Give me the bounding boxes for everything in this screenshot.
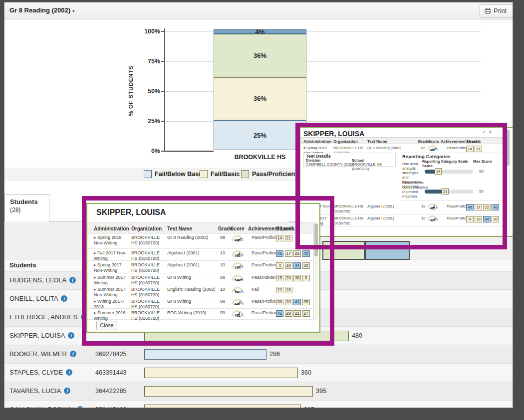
test-history-row[interactable]: ▸ Summer 2016 WritingBROOKVILLE HS (0160… bbox=[87, 309, 315, 320]
expand-arrow-icon: ▸ bbox=[94, 262, 97, 267]
strands-cell: 30 20 41 35 bbox=[276, 299, 315, 305]
report-selector[interactable]: Gr 8 Reading (2002)▾ bbox=[9, 6, 75, 14]
legend-item: Fail/Basic bbox=[200, 170, 240, 178]
score-gauge: 549 bbox=[230, 274, 245, 282]
grade-cell: 08 bbox=[220, 299, 230, 304]
popup-scrollbar[interactable] bbox=[313, 222, 318, 320]
svg-text:474: 474 bbox=[235, 265, 241, 270]
grade-cell: 09 bbox=[220, 310, 230, 316]
background-bar-segment-green[interactable] bbox=[322, 241, 365, 260]
strand-score-badge: 41 bbox=[293, 299, 301, 305]
info-icon[interactable]: i bbox=[77, 406, 83, 408]
score-gauge: 140 bbox=[230, 286, 245, 294]
test-history-row[interactable]: ▸ Fall 2017 Non-WritingBROOKVILLE HS (01… bbox=[87, 249, 315, 261]
test-details-box: Test Details Division CAMPBELL COUNTY (0… bbox=[303, 153, 396, 167]
info-icon[interactable]: i bbox=[66, 369, 72, 376]
student-score-bar bbox=[144, 349, 266, 360]
student-name: STAPLES, CLYDEi bbox=[9, 369, 72, 376]
achievement-level-cell: Pass/Advanced bbox=[252, 275, 277, 280]
info-icon[interactable]: i bbox=[64, 388, 70, 394]
grade-cell: 10 bbox=[220, 287, 230, 292]
test-history-row[interactable]: ▸ Writing 2017-2018BROOKVILLE HS (016072… bbox=[87, 297, 315, 309]
grade-cell: 10 bbox=[220, 250, 230, 256]
bar-segment[interactable]: 36% bbox=[214, 77, 306, 120]
student-detail-popup-back: SKIPPER, LOUISA ↗ × Administration Organ… bbox=[299, 127, 513, 237]
strands-cell: 15 29 38 6 bbox=[276, 275, 315, 281]
administration-cell: ▸ Summer 2016 Writing bbox=[94, 310, 130, 321]
expand-arrow-icon: ▸ bbox=[94, 235, 97, 240]
student-score-value: 360 bbox=[301, 369, 311, 376]
test-history-row[interactable]: ▸ Summer 2017 WritingBROOKVILLE HS (0160… bbox=[87, 273, 315, 285]
info-icon[interactable]: i bbox=[69, 277, 76, 283]
test-history-row[interactable]: ▸ Summer 2017 Non-WritingBROOKVILLE HS (… bbox=[87, 285, 315, 297]
strand-score-badge: 38 bbox=[293, 275, 301, 281]
strand-score-badge: 40 bbox=[302, 250, 310, 257]
score-cell: 405 bbox=[230, 249, 247, 259]
popup-title: SKIPPER, LOUISA bbox=[96, 208, 166, 217]
score-bar-value-badge: 21 bbox=[442, 188, 449, 195]
reporting-category-score-bar: 21 bbox=[425, 190, 473, 194]
strands-cell: 14 21 bbox=[276, 235, 315, 241]
svg-text:140: 140 bbox=[235, 290, 241, 294]
strand-score-badge: 30 bbox=[276, 299, 283, 305]
tab-students[interactable]: Students (28) bbox=[4, 194, 49, 221]
score-cell: 549 bbox=[230, 274, 247, 284]
strand-score-badge: 16 bbox=[285, 287, 292, 293]
strands-cell: 14 21 bbox=[466, 146, 504, 152]
strand-score-badge: 21 bbox=[285, 235, 292, 241]
popup-scrollbar-thumb[interactable] bbox=[506, 130, 510, 166]
info-icon[interactable]: i bbox=[61, 295, 67, 302]
test-history-row[interactable]: ▸ Spring 2017 Non-WritingBROOKVILLE HS (… bbox=[300, 214, 504, 227]
bar-segment[interactable]: 4% bbox=[214, 29, 306, 34]
score-gauge: 474 bbox=[230, 261, 245, 270]
student-name: ETHERIDGE, ANDRESi bbox=[9, 313, 87, 321]
info-icon[interactable]: i bbox=[68, 332, 74, 339]
popup-close-button[interactable]: Close bbox=[96, 321, 117, 330]
strand-score-badge: 29 bbox=[285, 275, 292, 281]
close-icon[interactable]: × bbox=[489, 129, 492, 136]
score-cell: 442 bbox=[230, 298, 247, 308]
popup-scrollbar-thumb[interactable] bbox=[314, 223, 318, 256]
strand-score-badge: 44 bbox=[483, 216, 491, 222]
test-history-row[interactable]: ▸ Spring 2017 Non-WritingBROOKVILLE HS (… bbox=[87, 261, 315, 273]
reporting-category-score-bar: 14 bbox=[425, 170, 473, 174]
strand-score-badge: 6 bbox=[302, 275, 310, 281]
tab-students-label: Students bbox=[10, 198, 49, 206]
strands-cell: 4 10 44 30 bbox=[276, 262, 315, 269]
strand-score-badge: 44 bbox=[293, 262, 301, 269]
info-icon[interactable]: i bbox=[70, 351, 76, 357]
max-score-value: 50 bbox=[479, 169, 484, 174]
print-button[interactable]: Print bbox=[480, 4, 513, 17]
chevron-down-icon: ▾ bbox=[72, 8, 75, 13]
test-name-cell: English: Reading (2002) bbox=[167, 287, 217, 292]
test-name-cell: Gr 8 Reading (2002) bbox=[367, 146, 417, 151]
strand-score-badge: 10 bbox=[475, 216, 482, 222]
test-history-row[interactable]: ▾ Spring 2018 Non-WritingBROOKVILLE HS (… bbox=[300, 144, 504, 153]
bar-segment[interactable]: 25% bbox=[214, 120, 306, 150]
popup-scrollbar[interactable] bbox=[505, 128, 510, 236]
student-row[interactable]: TAVARES, LUCIAi364422285395 bbox=[4, 382, 513, 401]
expand-icon[interactable]: ↗ bbox=[482, 129, 486, 135]
student-row[interactable]: BOOKER, WILMERi369278425286 bbox=[4, 345, 513, 364]
background-bar-segment-blue[interactable] bbox=[365, 241, 410, 260]
strand-score-badge: 45 bbox=[276, 250, 283, 257]
administration-cell: ▸ Summer 2017 Writing bbox=[94, 275, 130, 286]
app-window: Gr 8 Reading (2002)▾ Print % OF STUDENTS… bbox=[4, 2, 513, 408]
organization-cell: BROOKVILLE HS (0160720) bbox=[131, 275, 165, 286]
expand-arrow-icon: ▸ bbox=[94, 299, 97, 304]
student-name-label: TAVARES, LUCIA bbox=[9, 387, 61, 395]
achievement-level-cell: Pass/Proficient bbox=[252, 235, 277, 240]
student-row[interactable]: STAPLES, CLYDEi463391443360 bbox=[4, 364, 513, 382]
strand-score-badge: 45 bbox=[276, 310, 283, 317]
svg-text:442: 442 bbox=[235, 302, 241, 306]
strand-score-badge: 40 bbox=[492, 204, 499, 210]
bar-segment[interactable]: 36% bbox=[214, 34, 306, 77]
strand-score-badge: 27 bbox=[302, 310, 310, 317]
expand-arrow-icon: ▸ bbox=[94, 275, 97, 280]
student-row[interactable]: CALLOWAY, ROSLYNi558415192367 bbox=[4, 401, 513, 408]
score-gauge: 405 bbox=[230, 249, 245, 258]
score-gauge: 405 bbox=[426, 203, 439, 210]
student-score-value: 395 bbox=[316, 388, 326, 395]
test-history-row[interactable]: ▸ Fall 2017 Non-WritingBROOKVILLE HS (01… bbox=[300, 203, 504, 214]
test-history-row[interactable]: ▸ Spring 2018 Non-WritingBROOKVILLE HS (… bbox=[87, 233, 315, 249]
